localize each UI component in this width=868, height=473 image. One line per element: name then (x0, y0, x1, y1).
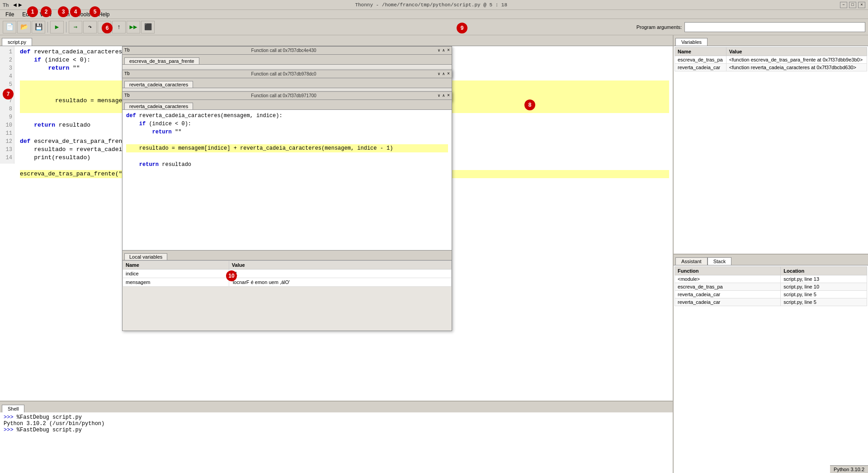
func-window-3-tab-bar: reverta_cadeia_caracteres (123, 100, 452, 110)
func-window-2-tab-bar: reverta_cadeia_caracteres (123, 78, 452, 88)
fw3-line-6 (126, 153, 129, 160)
new-file-button[interactable]: 📄 (3, 21, 16, 33)
func1-expand[interactable]: ∧ (443, 48, 445, 53)
func1-chevron[interactable]: ∨ (438, 48, 440, 53)
stack-col-location: Location (781, 267, 867, 275)
annotation-2: 2 (41, 6, 52, 17)
step-out-button[interactable]: ↑ (112, 21, 126, 33)
stack-tab[interactable]: Stack (708, 257, 732, 265)
toolbar: 📄 📂 💾 ▶ ⇒ ↷ ↓ ↑ ▶▶ ⬛ Program arguments: (0, 19, 868, 35)
debug-button[interactable]: ⇒ (69, 21, 82, 33)
code-editor[interactable]: 1234567891011121314 def reverta_cadeia_c… (0, 46, 673, 401)
func3-close[interactable]: × (447, 93, 450, 98)
stack-escreva-loc: script.py, line 10 (781, 283, 867, 291)
func-window-1-title: Function call at 0x7f37dbc4e430 (251, 48, 316, 53)
program-args-area: Program arguments: (637, 22, 865, 32)
stack-module-loc: script.py, line 13 (781, 275, 867, 283)
assistant-tab[interactable]: Assistant (675, 257, 708, 265)
stack-escreva-func: escreva_de_tras_pa (675, 283, 781, 291)
save-file-button[interactable]: 💾 (32, 21, 45, 33)
title-bar: Th ◀ ▶ Thonny - /home/franco/tmp/python/… (0, 0, 868, 10)
var-row-escreva: escreva_de_tras_pa <function escreva_de_… (675, 56, 867, 64)
close-button[interactable]: × (858, 2, 865, 8)
stack-reverta1-func: reverta_cadeia_car (675, 291, 781, 298)
shell-panel: Shell >>> %FastDebug script.py Python 3.… (0, 401, 673, 473)
fw3-line-7: return resultado (126, 161, 191, 168)
func-window-3-tab[interactable]: reverta_cadeia_caracteres (124, 103, 193, 109)
lv-col-name: Name (123, 261, 229, 270)
variables-section: Variables Name Value escreva_de_tras_pa … (674, 35, 868, 255)
variables-tab-bar: Variables (674, 35, 868, 46)
stop-button[interactable]: ⬛ (141, 21, 155, 33)
shell-tab-bar: Shell (0, 402, 673, 412)
lv-col-value: Value (229, 261, 451, 270)
stack-col-func: Function (675, 267, 781, 275)
script-tab[interactable]: script.py (2, 38, 32, 46)
stack-row-module: <module> script.py, line 13 (675, 275, 867, 283)
menu-file[interactable]: File (2, 10, 18, 19)
stack-section: Assistant Stack Function Location <modul… (674, 255, 868, 473)
var-escreva-name: escreva_de_tras_pa (675, 56, 726, 64)
variables-table: Name Value escreva_de_tras_pa <function … (675, 47, 867, 71)
func2-expand[interactable]: ∧ (443, 71, 445, 76)
local-vars-tab[interactable]: Local variables (124, 253, 167, 260)
step-over-button[interactable]: ↷ (83, 21, 97, 33)
local-vars-table: Name Value indice 21 mensagem 'loc (123, 260, 452, 287)
resume-button[interactable]: ▶▶ (127, 21, 140, 33)
editor-tab-bar: script.py (0, 35, 673, 46)
variables-tab[interactable]: Variables (675, 38, 708, 46)
fw3-line-1: def reverta_cadeia_caracteres(mensagem, … (126, 113, 283, 119)
titlebar-left: Th ◀ ▶ (3, 2, 22, 8)
local-vars-tab-bar: Local variables (123, 251, 452, 260)
python-version: Python 3.10.2 (834, 467, 864, 472)
var-reverta-value: <function reverta_cadeia_caracteres at 0… (726, 64, 867, 71)
app-icon: Th (3, 2, 9, 8)
minimize-button[interactable]: − (840, 2, 847, 8)
program-args-input[interactable] (684, 22, 865, 32)
func3-chevron[interactable]: ∨ (438, 93, 440, 98)
lv-indice-name: indice (123, 270, 229, 278)
func-window-3-titlebar: Tb Function call at 0x7f37db971700 ∨ ∧ × (123, 92, 452, 100)
annotation-4: 4 (70, 6, 81, 17)
shell-content[interactable]: >>> %FastDebug script.py Python 3.10.2 (… (0, 412, 673, 473)
stack-row-reverta2: reverta_cadeia_car script.py, line 5 (675, 298, 867, 306)
status-bar: Python 3.10.2 (830, 465, 868, 473)
stack-module-func: <module> (675, 275, 781, 283)
func2-chevron[interactable]: ∨ (438, 71, 440, 76)
run-button[interactable]: ▶ (50, 21, 64, 33)
fw3-line-3: return "" (126, 129, 181, 135)
var-reverta-name: reverta_cadeia_car (675, 64, 726, 71)
lv-mensagem-name: mensagem (123, 278, 229, 287)
var-col-name: Name (675, 47, 726, 56)
shell-tab[interactable]: Shell (2, 405, 24, 412)
stack-reverta2-func: reverta_cadeia_car (675, 298, 781, 306)
annotation-5: 5 (90, 6, 100, 17)
func-window-1-controls: ∨ ∧ × (438, 48, 450, 53)
func3-expand[interactable]: ∧ (443, 93, 445, 98)
toolbar-separator-1 (47, 22, 48, 33)
shell-line-2: Python 3.10.2 (/usr/bin/python) (4, 421, 669, 427)
func2-close[interactable]: × (447, 71, 450, 76)
stack-tab-bar: Assistant Stack (674, 255, 868, 265)
nav-back-btn[interactable]: ◀ (13, 2, 17, 7)
fw3-line-4 (126, 137, 129, 143)
func-window-1-tab[interactable]: escreva_de_tras_para_frente (124, 57, 199, 64)
fw3-line-5: resultado = mensagem[indice] + reverta_c… (126, 144, 448, 152)
func-tb-icon-1: Tb (124, 48, 130, 53)
lv-row-indice: indice 21 (123, 270, 452, 278)
line-numbers: 1234567891011121314 (0, 46, 14, 164)
annotation-1: 1 (27, 6, 38, 17)
func1-close[interactable]: × (447, 48, 450, 53)
program-args-label: Program arguments: (637, 24, 682, 30)
nav-forward-btn[interactable]: ▶ (19, 2, 22, 7)
func-window-2-tab[interactable]: reverta_cadeia_caracteres (124, 81, 193, 88)
stack-table: Function Location <module> script.py, li… (675, 266, 867, 306)
open-file-button[interactable]: 📂 (17, 21, 31, 33)
annotation-7: 7 (3, 89, 14, 99)
var-escreva-value: <function escreva_de_tras_para_frente at… (726, 56, 867, 64)
shell-line-3: >>> %FastDebug script.py (4, 427, 669, 433)
toolbar-separator-2 (66, 22, 66, 33)
maximize-button[interactable]: □ (849, 2, 856, 8)
func-tb-icon-2: Tb (124, 71, 130, 76)
lv-mensagem-value: 'locnarF é emon uem ,álO' (229, 278, 451, 287)
